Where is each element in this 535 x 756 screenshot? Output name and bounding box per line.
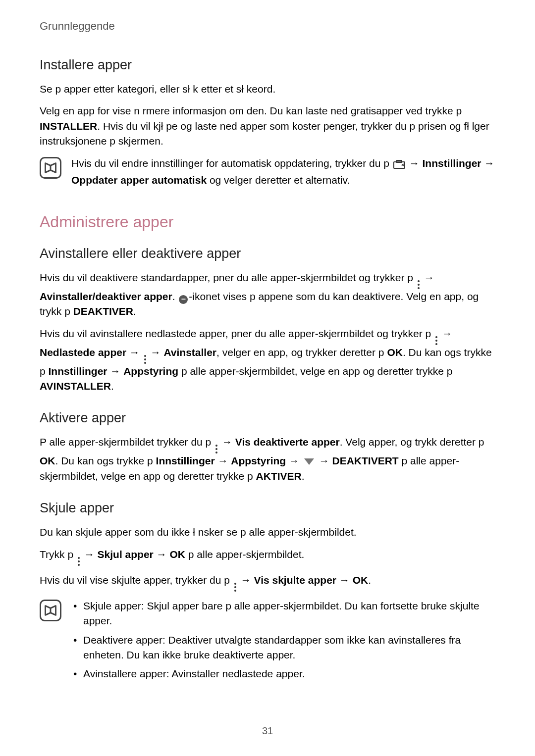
text: . <box>172 291 178 302</box>
arrow: → <box>154 549 170 560</box>
heading-hide-apps: Skjule apper <box>40 501 495 516</box>
label-deactivated-tab: DEAKTIVERT <box>332 455 398 466</box>
para: Trykk p → Skjul apper → OK p alle apper-… <box>40 547 495 566</box>
text: Hvis du vil avinstallere nedlastede appe… <box>40 328 434 339</box>
label-auto-update: Oppdater apper automatisk <box>71 174 207 186</box>
dropdown-icon <box>304 458 314 465</box>
label-settings: Innstillinger <box>49 365 107 377</box>
label-uninstall-deactivate: Avinstaller/deaktiver apper <box>40 291 172 302</box>
text: p alle apper-skjermbildet. <box>185 549 304 560</box>
more-icon <box>144 355 146 364</box>
para: Velg en app for vise n rmere informasjon… <box>40 103 495 149</box>
para: Se p apper etter kategori, eller sł k et… <box>40 82 495 97</box>
text: Velg en app for vise n rmere informasjon… <box>40 105 462 116</box>
arrow: → <box>219 436 235 448</box>
heading-administer-apps: Administrere apper <box>40 213 495 231</box>
label-deactivate: DEAKTIVER <box>73 305 133 317</box>
heading-install-apps: Installere apper <box>40 57 495 73</box>
text: Hvis du vil endre innstillinger for auto… <box>71 157 392 169</box>
para: P alle apper-skjermbildet trykker du p →… <box>40 435 495 484</box>
text: p alle apper-skjermbildet, velge en app … <box>178 365 452 377</box>
label-ok: OK <box>353 574 369 586</box>
label-show-deactivated: Vis deaktiverte apper <box>235 436 340 448</box>
para: Hvis du vil avinstallere nedlastede appe… <box>40 326 495 394</box>
text: . Hvis du vil kjł pe og laste ned apper … <box>40 120 489 147</box>
list-item: Avinstallere apper: Avinstaller nedlaste… <box>71 666 495 681</box>
arrow: → <box>238 574 254 586</box>
disable-badge-icon: – <box>179 295 188 304</box>
arrow: → <box>126 347 143 358</box>
heading-activate-apps: Aktivere apper <box>40 410 495 426</box>
label-downloaded-apps: Nedlastede apper <box>40 347 126 358</box>
more-icon <box>215 445 217 454</box>
note-icon <box>40 600 61 621</box>
arrow: → <box>316 455 332 466</box>
text: P alle apper-skjermbildet trykker du p <box>40 436 214 448</box>
heading-uninstall-deactivate: Avinstallere eller deaktivere apper <box>40 246 495 261</box>
text: , velger en app, og trykker deretter p <box>216 347 387 358</box>
label-settings: Innstillinger <box>422 157 481 169</box>
text: . <box>368 574 371 586</box>
more-icon <box>418 280 420 289</box>
arrow: → <box>406 157 423 169</box>
page-header: Grunnleggende <box>40 20 495 33</box>
arrow: → <box>148 347 164 358</box>
label-app-management: Appstyring <box>123 365 178 377</box>
label-show-hidden: Vis skjulte apper <box>254 574 337 586</box>
arrow: → <box>482 157 495 169</box>
text: . <box>133 305 136 317</box>
text: Hvis du vil deaktivere standardapper, pn… <box>40 272 416 283</box>
label-app-management: Appstyring <box>231 455 286 466</box>
text: . Velg apper, og trykk deretter p <box>340 436 484 448</box>
note-box: Skjule apper: Skjul apper bare p alle ap… <box>40 599 495 686</box>
label-uninstall-caps: AVINSTALLER <box>40 380 111 392</box>
para: Hvis du vil deaktivere standardapper, pn… <box>40 270 495 319</box>
arrow: → <box>421 272 434 283</box>
para: Hvis du vil vise skjulte apper, trykker … <box>40 573 495 592</box>
arrow: → <box>286 455 302 466</box>
label-settings: Innstillinger <box>156 455 215 466</box>
page-number: 31 <box>40 725 495 737</box>
label-ok: OK <box>40 455 55 466</box>
arrow: → <box>336 574 353 586</box>
note-box: Hvis du vil endre innstillinger for auto… <box>40 156 495 188</box>
label-install: INSTALLER <box>40 120 97 132</box>
text: Trykk p <box>40 549 76 560</box>
note-icon <box>40 157 61 179</box>
text: Hvis du vil vise skjulte apper, trykker … <box>40 574 233 586</box>
label-ok: OK <box>387 347 403 358</box>
arrow: → <box>215 455 231 466</box>
para: Du kan skjule apper som du ikke ł nsker … <box>40 525 495 540</box>
note-text: Skjule apper: Skjul apper bare p alle ap… <box>71 599 495 686</box>
more-icon <box>435 336 437 345</box>
arrow: → <box>81 549 98 560</box>
text: . <box>302 470 305 482</box>
toolbox-icon <box>393 158 405 173</box>
arrow: → <box>439 328 452 339</box>
text: . Du kan ogs trykke p <box>55 455 156 466</box>
text: . <box>111 380 114 392</box>
arrow: → <box>107 365 124 377</box>
label-hide-apps: Skjul apper <box>98 549 154 560</box>
more-icon <box>234 583 236 592</box>
label-ok: OK <box>169 549 185 560</box>
list-item: Deaktivere apper: Deaktiver utvalgte sta… <box>71 633 495 663</box>
label-activate: AKTIVER <box>256 470 302 482</box>
label-uninstall: Avinstaller <box>163 347 216 358</box>
text: og velger deretter et alternativ. <box>207 174 350 186</box>
list-item: Skjule apper: Skjul apper bare p alle ap… <box>71 599 495 629</box>
note-text: Hvis du vil endre innstillinger for auto… <box>71 156 495 188</box>
more-icon <box>78 557 80 566</box>
